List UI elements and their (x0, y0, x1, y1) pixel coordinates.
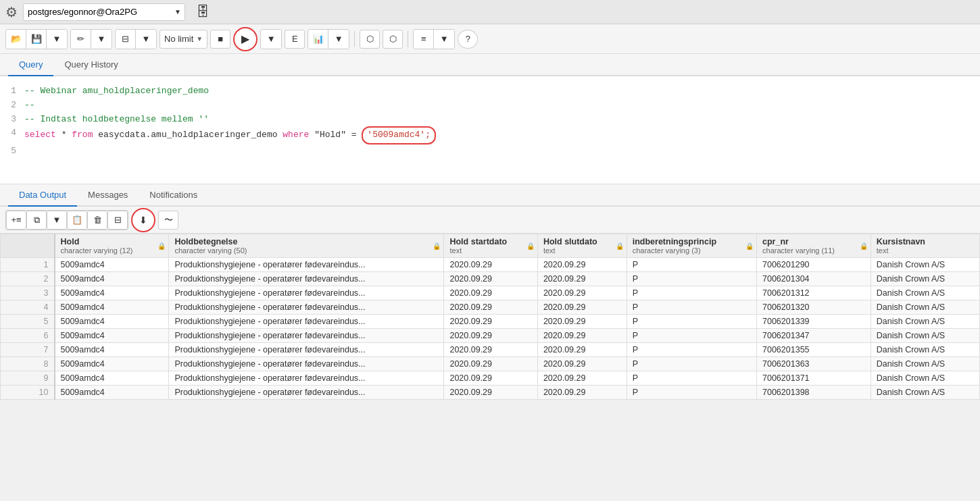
cell-slutdato: 2020.09.29 (537, 272, 627, 286)
save-button[interactable]: 💾 (26, 30, 47, 49)
query-line-3: 3 -- Indtast holdbetegnelse mellem '' (0, 113, 980, 127)
results-panel: Data Output Messages Notifications +≡ ⧉ … (0, 184, 980, 400)
cell-hold: 5009amdc4 (55, 272, 169, 286)
run-dropdown-button[interactable]: ▼ (261, 30, 281, 49)
list-button[interactable]: ≡ (414, 30, 434, 49)
cell-startdato: 2020.09.29 (444, 386, 537, 400)
connection-select[interactable]: postgres/egonnor@Ora2PG (23, 3, 185, 21)
delete-row-button[interactable]: 🗑 (87, 211, 107, 230)
limit-arrow-icon: ▼ (196, 35, 203, 43)
cell-cprnr: 7006201290 (757, 258, 871, 272)
data-table-wrap: Hold character varying (12) 🔒 Holdbetegn… (0, 234, 980, 400)
table-row[interactable]: 2 5009amdc4 Produktionshygiejene - opera… (1, 272, 980, 286)
filter-button-group: ⊟ ▼ (115, 29, 157, 49)
open-file-button[interactable]: 📂 (6, 30, 26, 49)
cell-slutdato: 2020.09.29 (537, 357, 627, 371)
table-row[interactable]: 10 5009amdc4 Produktionshygiejene - oper… (1, 386, 980, 400)
filter-dropdown-button[interactable]: ▼ (136, 30, 156, 49)
cell-startdato: 2020.09.29 (444, 357, 537, 371)
cell-indberetning: P (627, 371, 756, 386)
explain-button[interactable]: E (285, 30, 305, 49)
connection-selector-wrap[interactable]: postgres/egonnor@Ora2PG ▼ (23, 3, 185, 21)
tab-data-output[interactable]: Data Output (8, 184, 77, 207)
cell-indberetning: P (627, 315, 756, 329)
download-button[interactable]: ⬇ (131, 208, 155, 232)
row-number-cell: 2 (1, 272, 55, 286)
tab-notifications[interactable]: Notifications (139, 184, 208, 207)
query-line-2: 2 -- (0, 99, 980, 113)
run-button[interactable]: ▶ (233, 27, 258, 51)
cell-slutdato: 2020.09.29 (537, 258, 627, 272)
cell-kursistnavn: Danish Crown A/S (871, 286, 979, 300)
col-header-startdato: Hold startdato text 🔒 (444, 234, 537, 258)
cell-indberetning: P (627, 329, 756, 343)
row-number-cell: 10 (1, 386, 55, 400)
lock-icon-4: 🔒 (616, 242, 624, 250)
table-row[interactable]: 3 5009amdc4 Produktionshygiejene - opera… (1, 286, 980, 300)
stop-button[interactable]: ■ (210, 30, 230, 49)
help-button[interactable]: ? (458, 30, 478, 49)
paste-button[interactable]: 📋 (67, 211, 87, 230)
connection-bar: ⚙ postgres/egonnor@Ora2PG ▼ 🗄 (0, 0, 980, 24)
add-row-button[interactable]: +≡ (6, 211, 26, 230)
cell-hold: 5009amdc4 (55, 386, 169, 400)
cell-holdbetegnelse: Produktionshygiejene - operatører fødeva… (169, 286, 444, 300)
cell-indberetning: P (627, 258, 756, 272)
toolbar-separator (354, 31, 355, 47)
cell-indberetning: P (627, 357, 756, 371)
limit-selector[interactable]: No limit ▼ (160, 30, 207, 49)
copy-dropdown-button[interactable]: ▼ (47, 211, 67, 230)
table-row[interactable]: 6 5009amdc4 Produktionshygiejene - opera… (1, 329, 980, 343)
row-number-cell: 9 (1, 371, 55, 386)
col-header-hold: Hold character varying (12) 🔒 (55, 234, 169, 258)
tab-query[interactable]: Query (8, 54, 53, 76)
table-row[interactable]: 8 5009amdc4 Produktionshygiejene - opera… (1, 357, 980, 371)
cell-startdato: 2020.09.29 (444, 315, 537, 329)
col-header-indberetning: indberetningsprincip character varying (… (627, 234, 756, 258)
filter-button[interactable]: ⊟ (116, 30, 136, 49)
cell-holdbetegnelse: Produktionshygiejene - operatører fødeva… (169, 371, 444, 386)
chart-button[interactable]: 📊 (308, 30, 328, 49)
list-dropdown-button[interactable]: ▼ (434, 30, 454, 49)
table-row[interactable]: 9 5009amdc4 Produktionshygiejene - opera… (1, 371, 980, 386)
transaction-commit-button[interactable]: ⬡ (360, 30, 380, 49)
cell-indberetning: P (627, 343, 756, 357)
chart-dropdown-button[interactable]: ▼ (328, 30, 349, 49)
tab-query-history[interactable]: Query History (53, 54, 128, 76)
query-editor[interactable]: 1 -- Webinar amu_holdplaceringer_demo 2 … (0, 76, 980, 184)
cell-cprnr: 7006201312 (757, 286, 871, 300)
col-header-cprnr: cpr_nr character varying (11) 🔒 (757, 234, 871, 258)
lock-icon-6: 🔒 (860, 242, 868, 250)
edit-button[interactable]: ✏ (71, 30, 91, 49)
cell-hold: 5009amdc4 (55, 343, 169, 357)
tab-messages[interactable]: Messages (77, 184, 139, 207)
cell-hold: 5009amdc4 (55, 300, 169, 315)
cell-startdato: 2020.09.29 (444, 329, 537, 343)
table-row[interactable]: 5 5009amdc4 Produktionshygiejene - opera… (1, 315, 980, 329)
filter-results-button[interactable]: ⊟ (107, 211, 128, 230)
lock-icon: 🔒 (157, 242, 166, 250)
cell-hold: 5009amdc4 (55, 357, 169, 371)
cell-cprnr: 7006201320 (757, 300, 871, 315)
row-number-cell: 8 (1, 357, 55, 371)
trend-button[interactable]: 〜 (158, 211, 178, 230)
cell-slutdato: 2020.09.29 (537, 300, 627, 315)
cell-startdato: 2020.09.29 (444, 286, 537, 300)
results-tabs-bar: Data Output Messages Notifications (0, 184, 980, 207)
col-header-slutdato: Hold slutdato text 🔒 (537, 234, 627, 258)
transaction-rollback-button[interactable]: ⬡ (383, 30, 403, 49)
save-dropdown-button[interactable]: ▼ (47, 30, 67, 49)
cell-indberetning: P (627, 300, 756, 315)
lock-icon-3: 🔒 (526, 242, 535, 250)
edit-dropdown-button[interactable]: ▼ (91, 30, 112, 49)
table-row[interactable]: 7 5009amdc4 Produktionshygiejene - opera… (1, 343, 980, 357)
cell-holdbetegnelse: Produktionshygiejene - operatører fødeva… (169, 343, 444, 357)
cell-slutdato: 2020.09.29 (537, 286, 627, 300)
cell-indberetning: P (627, 286, 756, 300)
table-row[interactable]: 1 5009amdc4 Produktionshygiejene - opera… (1, 258, 980, 272)
cell-indberetning: P (627, 272, 756, 286)
table-row[interactable]: 4 5009amdc4 Produktionshygiejene - opera… (1, 300, 980, 315)
copy-button[interactable]: ⧉ (26, 211, 47, 230)
db-server-icon: 🗄 (196, 4, 210, 20)
cell-startdato: 2020.09.29 (444, 272, 537, 286)
